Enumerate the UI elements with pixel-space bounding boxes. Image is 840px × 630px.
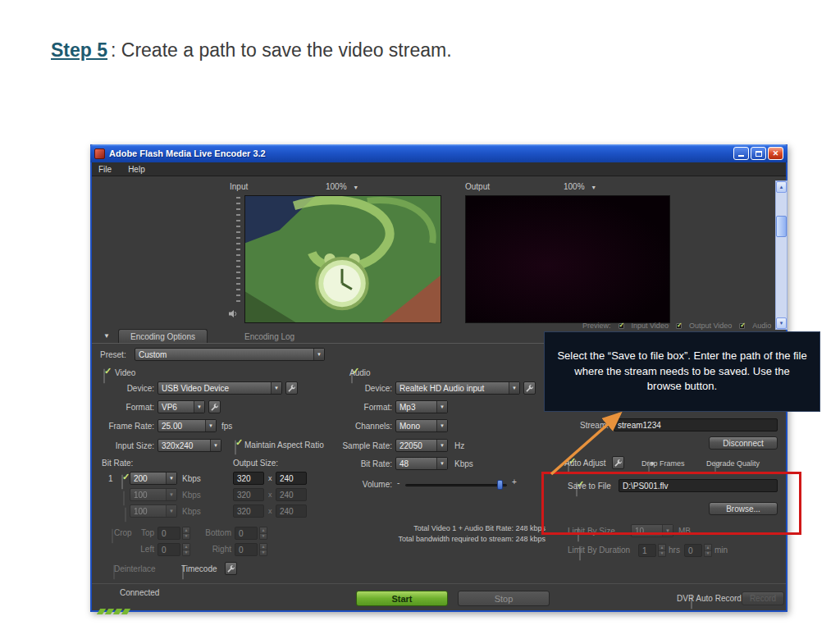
x-separator: x [268,507,272,515]
step-text: : Create a path to save the video stream… [111,39,452,61]
volume-slider-handle[interactable] [497,480,503,490]
chevron-down-icon: ▼ [166,505,176,517]
maintain-aspect-ratio-checkbox[interactable] [235,440,236,455]
record-button[interactable]: Record [742,591,784,605]
chevron-down-icon: ▼ [436,458,447,469]
preview-input-video-checkbox[interactable] [619,323,624,329]
scrollbar-thumb[interactable] [776,216,787,237]
crop-checkbox[interactable] [112,528,113,544]
preview-output-video-checkbox[interactable] [676,323,682,329]
audio-device-value: Realtek HD Audio input [396,382,509,394]
crop-left-field[interactable]: 0 [158,543,180,556]
crop-bottom-field[interactable]: 0 [235,527,258,540]
duration-hours-stepper[interactable]: ▲▼ [658,544,666,557]
scroll-up-button[interactable]: ▲ [776,181,787,193]
degrade-quality-label: Degrade Quality [706,459,760,468]
maximize-button[interactable] [751,147,766,160]
menu-help[interactable]: Help [128,165,145,174]
video-format-settings-button[interactable] [208,400,221,413]
audio-format-select[interactable]: Mp3 ▼ [395,400,448,413]
dvr-auto-record-label: DVR Auto Record [677,594,742,603]
scroll-down-button[interactable]: ▼ [776,317,787,329]
audio-device-settings-button[interactable] [523,381,536,395]
bitrate2-checkbox[interactable] [123,491,125,506]
video-format-label: Format: [98,403,154,412]
spin-down-icon: ▼ [659,550,665,557]
preview-audio-checkbox[interactable] [739,323,745,329]
bitrate3-select[interactable]: 100 ▼ [130,504,177,518]
duration-minutes-field[interactable]: 0 [684,544,702,557]
tab-encoding-log[interactable]: Encoding Log [233,329,306,344]
menu-bar: File Help [92,162,786,176]
bitrate1-select[interactable]: 200 ▼ [130,472,177,485]
frame-rate-label: Frame Rate: [98,422,154,431]
collapse-panel-icon[interactable]: ▼ [103,332,110,340]
sample-rate-select[interactable]: 22050 ▼ [395,439,448,452]
disconnect-button[interactable]: Disconnect [709,436,778,450]
close-button[interactable]: ✕ [768,147,783,160]
outsize2-width-field[interactable]: 320 [233,488,264,501]
outsize1-width-field[interactable]: 320 [233,472,264,485]
channels-select[interactable]: Mono ▼ [395,419,448,432]
drop-frames-label: Drop Frames [641,459,685,468]
chevron-icon [121,609,130,614]
output-zoom-select[interactable]: 100% ▼ [564,182,596,191]
video-section-label: Video [115,368,135,377]
stream-field[interactable]: stream1234 [614,418,778,431]
crop-bottom-stepper[interactable]: ▲▼ [259,527,267,540]
volume-slider-track[interactable] [405,484,507,486]
crop-right-stepper[interactable]: ▲▼ [259,543,267,556]
outsize1-height-field[interactable]: 240 [276,472,307,485]
input-size-select[interactable]: 320x240 ▼ [158,439,221,452]
video-device-value: USB Video Device [158,382,271,394]
maintain-aspect-ratio-label: Maintain Aspect Ratio [244,441,324,450]
bitrate1-value: 200 [130,472,166,484]
video-device-select[interactable]: USB Video Device ▼ [158,381,282,395]
preset-value: Custom [135,349,313,360]
spin-down-icon: ▼ [183,533,189,540]
menu-file[interactable]: File [98,165,112,174]
crop-right-field[interactable]: 0 [235,543,258,556]
outsize3-height-field[interactable]: 240 [276,504,307,518]
video-enable-checkbox[interactable] [103,368,105,384]
audio-bit-rate-select[interactable]: 48 ▼ [395,457,448,470]
scrollbar[interactable]: ▲ ▼ [775,180,788,330]
input-zoom-select[interactable]: 100% ▼ [326,182,358,191]
spin-down-icon: ▼ [183,550,189,556]
crop-top-stepper[interactable]: ▲▼ [182,527,190,540]
annotation-callout: Select the “Save to file box”. Enter the… [544,331,820,412]
frame-rate-value: 25.00 [158,420,205,431]
sample-rate-label: Sample Rate: [333,441,392,450]
bitrate2-select[interactable]: 100 ▼ [130,488,177,501]
audio-device-select[interactable]: Realtek HD Audio input ▼ [395,381,520,395]
preset-select[interactable]: Custom ▼ [135,348,325,361]
audio-kbps-label: Kbps [454,459,473,468]
chevron-down-icon: ▼ [210,440,221,451]
minimize-button[interactable] [733,147,749,160]
crop-bottom-label: Bottom [200,528,231,537]
tab-encoding-options[interactable]: Encoding Options [118,329,208,344]
bitrate1-checkbox[interactable] [121,474,123,490]
timecode-settings-button[interactable] [225,562,237,575]
audio-bit-rate-value: 48 [396,458,436,469]
video-format-select[interactable]: VP6 ▼ [158,400,205,413]
chevron-down-icon: ▼ [436,420,447,431]
stop-button[interactable]: Stop [458,591,550,606]
video-format-value: VP6 [158,401,194,413]
video-device-settings-button[interactable] [285,381,298,395]
start-label: Start [391,594,412,604]
start-button[interactable]: Start [356,591,448,606]
frame-rate-select[interactable]: 25.00 ▼ [158,419,217,432]
callout-text: Select the “Save to file box”. Enter the… [556,349,808,395]
app-icon [94,148,105,159]
outsize3-width-field[interactable]: 320 [233,504,264,518]
audio-level-meter [236,197,240,304]
title-bar[interactable]: Adobe Flash Media Live Encoder 3.2 ✕ [90,144,788,162]
duration-minutes-stepper[interactable]: ▲▼ [704,544,712,557]
outsize2-height-field[interactable]: 240 [276,488,307,501]
crop-top-field[interactable]: 0 [158,527,180,540]
bitrate3-checkbox[interactable] [125,507,126,523]
duration-hours-field[interactable]: 1 [638,544,656,557]
crop-left-stepper[interactable]: ▲▼ [182,543,190,556]
outsize3-height-value: 240 [280,507,294,516]
